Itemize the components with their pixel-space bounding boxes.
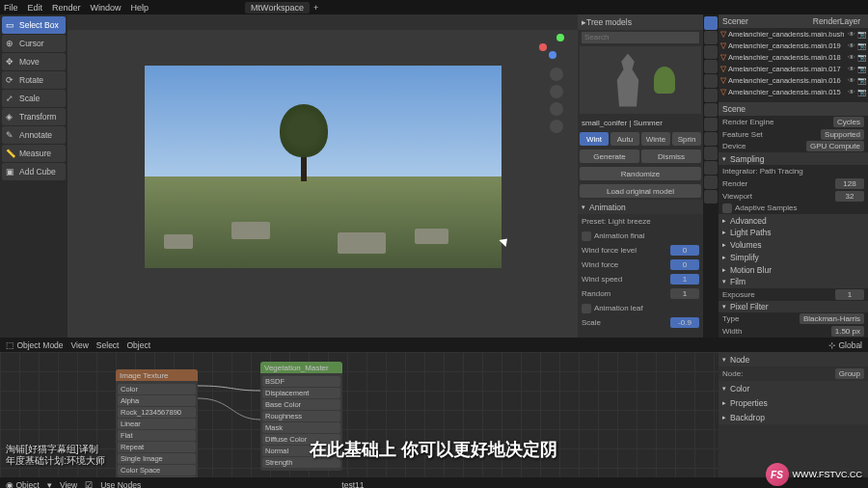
menu-render[interactable]: Render: [52, 3, 81, 13]
texture-tab-icon[interactable]: [704, 190, 718, 203]
asset-search[interactable]: [582, 32, 699, 43]
pan-icon[interactable]: [550, 85, 563, 98]
render-icon[interactable]: 📷: [857, 53, 866, 62]
eye-icon[interactable]: 👁: [848, 41, 855, 50]
anim-final-check[interactable]: [582, 231, 591, 241]
modifier-tab-icon[interactable]: [704, 103, 718, 117]
outliner-row[interactable]: ▽Amelanchier_canadensis.main.018👁📷: [719, 51, 868, 63]
view-menu-2[interactable]: View: [60, 480, 77, 489]
advanced-section[interactable]: Advanced: [719, 214, 868, 227]
properties-section[interactable]: Properties: [719, 395, 868, 410]
node-socket[interactable]: Mask: [262, 422, 340, 433]
node-header[interactable]: Image Texture: [116, 369, 198, 381]
outliner-row[interactable]: ▽Amelanchier_canadensis.main.016👁📷: [719, 74, 868, 86]
layer-dropdown[interactable]: RenderLayer: [809, 16, 864, 26]
object-menu[interactable]: Object: [126, 340, 150, 350]
viewport-samples[interactable]: 32: [835, 191, 864, 202]
zoom-icon[interactable]: [550, 68, 563, 81]
node-socket[interactable]: Color: [118, 384, 196, 394]
sampling-section[interactable]: Sampling: [719, 152, 868, 165]
filter-width-field[interactable]: 1.50 px: [831, 326, 864, 337]
anim-leaf-check[interactable]: [582, 304, 591, 313]
film-section[interactable]: Film: [719, 276, 868, 288]
perspective-icon[interactable]: [550, 120, 563, 133]
menu-window[interactable]: Window: [91, 3, 122, 13]
filter-type-dropdown[interactable]: Blackman-Harris: [800, 313, 864, 324]
engine-dropdown[interactable]: Cycles: [833, 117, 864, 127]
outliner-row[interactable]: ▽Amelanchier_canadensis.main.bush👁📷: [719, 28, 868, 40]
node-group-field[interactable]: Group: [835, 368, 864, 379]
simplify-section[interactable]: Simplify: [719, 252, 868, 264]
data-tab-icon[interactable]: [704, 161, 718, 175]
image-texture-node[interactable]: Image Texture ColorAlphaRock_1234567890L…: [116, 369, 198, 477]
tool-add-cube[interactable]: ▣Add Cube: [2, 163, 66, 180]
constraint-tab-icon[interactable]: [704, 147, 718, 160]
render-tab-icon[interactable]: [704, 16, 718, 30]
randomize-button[interactable]: Randomize: [580, 167, 701, 180]
node-socket[interactable]: Alpha: [118, 395, 196, 406]
eye-icon[interactable]: 👁: [848, 65, 855, 73]
object-tab-icon[interactable]: [704, 89, 718, 102]
material-name[interactable]: test11: [341, 480, 364, 489]
asset-thumbnail[interactable]: [580, 46, 701, 114]
node-socket[interactable]: Roughness: [262, 411, 340, 421]
scene-tab-icon[interactable]: [704, 60, 718, 73]
eye-icon[interactable]: 👁: [848, 53, 855, 62]
outliner-row[interactable]: ▽Amelanchier_canadensis.main.015👁📷: [719, 86, 868, 97]
tool-select-box[interactable]: ▭Select Box: [2, 16, 66, 34]
menu-edit[interactable]: Edit: [28, 3, 43, 13]
volumes-section[interactable]: Volumes: [719, 239, 868, 252]
node-socket[interactable]: Rock_1234567890: [118, 407, 196, 418]
render-icon[interactable]: 📷: [857, 65, 866, 73]
scene-dropdown[interactable]: Scene: [722, 104, 746, 114]
node-header[interactable]: Vegetation_Master: [260, 362, 342, 373]
tree-models-header[interactable]: ▸ Tree models: [578, 14, 703, 30]
camera-icon[interactable]: [550, 102, 563, 116]
adaptive-check[interactable]: [722, 203, 732, 213]
color-section[interactable]: Color: [719, 381, 868, 395]
node-socket[interactable]: Displacement: [262, 388, 340, 398]
motion-section[interactable]: Motion Blur: [719, 263, 868, 276]
workspace-tab[interactable]: MtWorkspace: [245, 2, 310, 14]
season-winter2[interactable]: Winte: [641, 132, 670, 146]
lightpaths-section[interactable]: Light Paths: [719, 227, 868, 239]
outliner-row[interactable]: ▽Amelanchier_canadensis.main.019👁📷: [719, 40, 868, 51]
mode-dropdown[interactable]: ⬚ Object Mode: [6, 340, 64, 350]
render-icon[interactable]: 📷: [857, 76, 866, 85]
viewport-3d[interactable]: [68, 14, 578, 338]
tool-transform[interactable]: ◈Transform: [2, 108, 66, 125]
render-icon[interactable]: 📷: [857, 30, 866, 39]
node-socket[interactable]: Color Space: [118, 465, 196, 475]
render-icon[interactable]: 📷: [857, 41, 866, 50]
scale-field[interactable]: -0.9: [670, 317, 699, 328]
generate-button[interactable]: Generate: [580, 149, 639, 163]
wind-force-field[interactable]: 0: [670, 259, 699, 270]
feature-dropdown[interactable]: Supported: [821, 129, 864, 140]
material-tab-icon[interactable]: [704, 176, 718, 189]
node-section[interactable]: Node: [719, 352, 868, 366]
wind-level-field[interactable]: 0: [670, 245, 699, 256]
outliner-row[interactable]: ▽Amelanchier_canadensis.main.017👁📷: [719, 63, 868, 74]
add-workspace-icon[interactable]: +: [313, 3, 318, 13]
tool-measure[interactable]: 📏Measure: [2, 145, 66, 162]
tool-cursor[interactable]: ⊕Cursor: [2, 35, 66, 52]
physics-tab-icon[interactable]: [704, 132, 718, 146]
view-menu[interactable]: View: [71, 340, 89, 350]
orientation-dropdown[interactable]: ⊹ Global: [828, 340, 862, 350]
tool-move[interactable]: ✥Move: [2, 53, 66, 70]
tool-annotate[interactable]: ✎Annotate: [2, 126, 66, 144]
node-socket[interactable]: Base Color: [262, 399, 340, 410]
nav-gizmo[interactable]: [539, 34, 566, 61]
animation-section[interactable]: Animation: [578, 200, 703, 214]
dismiss-button[interactable]: Dismiss: [641, 149, 701, 163]
node-socket[interactable]: Vector: [118, 476, 196, 477]
node-socket[interactable]: Linear: [118, 419, 196, 429]
tool-scale[interactable]: ⤢Scale: [2, 90, 66, 107]
use-nodes-check[interactable]: Use Nodes: [100, 480, 141, 489]
particle-tab-icon[interactable]: [704, 118, 718, 131]
backdrop-section[interactable]: Backdrop: [719, 410, 868, 424]
load-original-button[interactable]: Load original model: [580, 184, 701, 198]
random-field[interactable]: 1: [670, 288, 699, 299]
world-tab-icon[interactable]: [704, 74, 718, 88]
season-autumn[interactable]: Autu: [610, 132, 639, 146]
